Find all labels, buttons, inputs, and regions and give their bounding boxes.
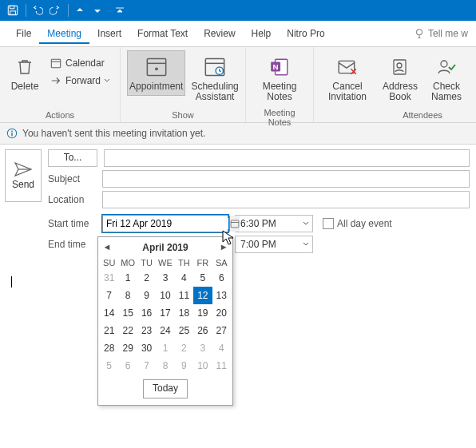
- calendar-day[interactable]: 20: [212, 304, 231, 322]
- prev-month-button[interactable]: ◂: [101, 240, 113, 253]
- calendar-day[interactable]: 19: [193, 304, 212, 322]
- address-book-button[interactable]: Address Book: [378, 50, 422, 106]
- calendar-day[interactable]: 1: [118, 269, 137, 287]
- tab-format-text[interactable]: Format Text: [129, 23, 196, 44]
- calendar-day[interactable]: 14: [100, 304, 118, 322]
- tab-file[interactable]: File: [8, 23, 39, 44]
- calendar-day[interactable]: 13: [212, 287, 231, 304]
- calendar-day[interactable]: 6: [212, 269, 231, 287]
- to-field[interactable]: [104, 149, 470, 167]
- calendar-day[interactable]: 16: [137, 304, 156, 322]
- calendar-day[interactable]: 26: [193, 322, 212, 339]
- check-names-icon: [434, 54, 459, 80]
- calendar-day[interactable]: 30: [137, 339, 156, 357]
- dow-header: FR: [193, 256, 212, 269]
- undo-icon[interactable]: [30, 2, 46, 18]
- tab-help[interactable]: Help: [244, 23, 280, 44]
- to-button[interactable]: To...: [48, 149, 97, 167]
- calendar-day[interactable]: 5: [100, 357, 118, 375]
- calendar-day[interactable]: 11: [212, 357, 231, 375]
- calendar-day[interactable]: 3: [156, 269, 174, 287]
- calendar-day[interactable]: 24: [156, 322, 174, 339]
- calendar-day[interactable]: 22: [118, 322, 137, 339]
- calendar-day[interactable]: 27: [212, 322, 231, 339]
- location-field[interactable]: [102, 191, 470, 208]
- svg-rect-19: [11, 133, 12, 136]
- tell-me[interactable]: Tell me w: [414, 28, 468, 39]
- calendar-day[interactable]: 1: [156, 339, 174, 357]
- svg-rect-4: [51, 59, 60, 68]
- calendar-day[interactable]: 2: [137, 269, 156, 287]
- calendar-day[interactable]: 21: [100, 322, 118, 339]
- next-month-button[interactable]: ▸: [218, 240, 229, 253]
- calendar-day[interactable]: 15: [118, 304, 137, 322]
- scheduling-assistant-button[interactable]: Scheduling Assistant: [188, 50, 240, 106]
- meeting-notes-button[interactable]: N Meeting Notes: [252, 50, 307, 106]
- redo-icon[interactable]: [47, 2, 63, 18]
- appointment-button[interactable]: Appointment: [127, 50, 185, 96]
- send-icon: [14, 161, 33, 177]
- calendar-day[interactable]: 10: [156, 287, 174, 304]
- calendar-day[interactable]: 18: [175, 304, 193, 322]
- today-button[interactable]: Today: [143, 379, 188, 398]
- calendar-day[interactable]: 8: [156, 357, 174, 375]
- start-time-dropdown-icon[interactable]: [299, 220, 312, 227]
- calendar-day[interactable]: 28: [100, 339, 118, 357]
- save-icon[interactable]: [5, 2, 21, 18]
- subject-field[interactable]: [102, 170, 470, 188]
- end-time-field[interactable]: 7:00 PM: [235, 236, 313, 253]
- calendar-day[interactable]: 7: [100, 287, 118, 304]
- tab-review[interactable]: Review: [196, 23, 243, 44]
- calendar-day[interactable]: 8: [118, 287, 137, 304]
- delete-icon: [12, 54, 38, 80]
- calendar-button[interactable]: Calendar: [46, 55, 113, 71]
- previous-item-icon[interactable]: [72, 2, 88, 18]
- calendar-day[interactable]: 9: [137, 287, 156, 304]
- calendar-day[interactable]: 4: [212, 339, 231, 357]
- svg-rect-1: [10, 6, 14, 9]
- calendar-day[interactable]: 11: [175, 287, 193, 304]
- tab-nitro-pro[interactable]: Nitro Pro: [279, 23, 332, 44]
- calendar-day[interactable]: 10: [193, 357, 212, 375]
- group-label-meeting-notes: Meeting Notes: [252, 106, 307, 129]
- tab-insert[interactable]: Insert: [89, 23, 129, 44]
- calendar-day[interactable]: 17: [156, 304, 174, 322]
- calendar-day[interactable]: 9: [175, 357, 193, 375]
- svg-rect-2: [10, 11, 16, 14]
- calendar-day[interactable]: 12: [193, 287, 212, 304]
- scheduling-icon: [202, 54, 228, 80]
- calendar-day[interactable]: 29: [118, 339, 137, 357]
- calendar-day[interactable]: 7: [137, 357, 156, 375]
- calendar-day[interactable]: 25: [175, 322, 193, 339]
- ribbon: Delete Calendar Forward Actions Appointm…: [0, 47, 476, 123]
- calendar-day[interactable]: 4: [175, 269, 193, 287]
- customize-qat-icon[interactable]: [112, 2, 128, 18]
- meeting-form: Send To... Subject Location Start time 6…: [0, 145, 476, 253]
- calendar-day[interactable]: 31: [100, 269, 118, 287]
- check-names-button[interactable]: Check Names: [426, 50, 467, 106]
- cancel-invitation-button[interactable]: Cancel Invitation: [320, 50, 375, 106]
- start-date-field[interactable]: [102, 215, 228, 232]
- calendar-day[interactable]: 6: [118, 357, 137, 375]
- start-date-input[interactable]: [103, 218, 229, 229]
- all-day-checkbox[interactable]: All day event: [323, 218, 392, 229]
- response-options-button[interactable]: Response Options: [470, 50, 476, 106]
- delete-button[interactable]: Delete: [6, 50, 43, 96]
- send-button[interactable]: Send: [5, 149, 42, 202]
- start-date-dropdown-icon[interactable]: [229, 216, 240, 232]
- body-text-cursor: [11, 276, 12, 287]
- location-label: Location: [48, 194, 96, 205]
- dow-header: MO: [118, 256, 137, 269]
- calendar-day[interactable]: 23: [137, 322, 156, 339]
- start-time-field[interactable]: 6:30 PM: [235, 215, 313, 232]
- tab-meeting[interactable]: Meeting: [39, 23, 89, 44]
- forward-button[interactable]: Forward: [46, 73, 113, 89]
- end-time-label: End time: [48, 239, 96, 250]
- calendar-day[interactable]: 5: [193, 269, 212, 287]
- end-time-dropdown-icon[interactable]: [299, 241, 312, 248]
- calendar-day[interactable]: 3: [193, 339, 212, 357]
- calendar-day[interactable]: 2: [175, 339, 193, 357]
- next-item-icon[interactable]: [89, 2, 105, 18]
- svg-point-14: [397, 63, 402, 68]
- tell-me-label: Tell me w: [428, 28, 468, 39]
